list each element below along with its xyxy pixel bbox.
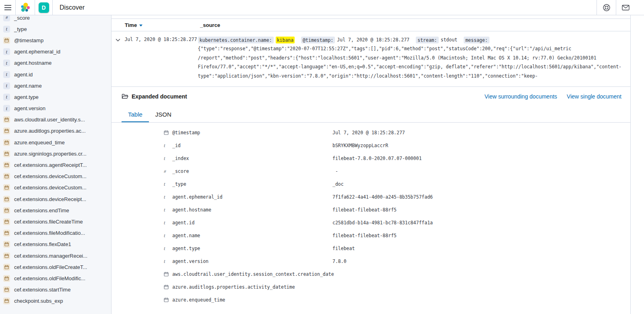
sidebar-field-item[interactable]: checkpoint.subs_exp xyxy=(0,296,111,307)
calendar-icon xyxy=(3,241,10,248)
sidebar-field-item[interactable]: t agent.ephemeral_id xyxy=(0,46,111,57)
field-name: _type xyxy=(172,181,332,187)
detail-tab[interactable]: JSON xyxy=(149,107,178,122)
sidebar-field-item[interactable]: cef.extensions.endTime xyxy=(0,205,111,216)
field-value: 7f1fa622-4a41-4d00-a245-8b35b757fad6 xyxy=(332,194,433,200)
field-value: bSRYKXMBWyzoppLaccrR xyxy=(332,143,388,148)
sidebar-field-item[interactable]: azure.signinlogs.properties.cr... xyxy=(0,148,111,159)
field-row: t _id bSRYKXMBWyzoppLaccrR xyxy=(111,139,630,152)
newsfeed-button[interactable] xyxy=(616,0,635,15)
sidebar-field-item[interactable]: t agent.type xyxy=(0,91,111,103)
field-row: t agent.id c2581dbd-b14a-4981-bc78-831c8… xyxy=(111,216,630,229)
calendar-icon xyxy=(3,252,10,259)
app-badge[interactable]: D xyxy=(35,0,52,15)
string-type-icon: t xyxy=(164,156,172,161)
sidebar-field-item[interactable]: t agent.version xyxy=(0,103,111,114)
sidebar-field-label: cef.extensions.oldFileCreateT... xyxy=(14,264,87,270)
sidebar-field-item[interactable]: t _type xyxy=(0,23,111,35)
sidebar-field-label: @timestamp xyxy=(14,37,43,43)
sidebar-field-item[interactable]: cef.extensions.oldFileCreateT... xyxy=(0,261,111,273)
string-type-icon: t xyxy=(3,71,10,78)
string-type-icon: t xyxy=(164,220,172,226)
field-name: @timestamp xyxy=(172,130,332,135)
field-name: azure.enqueued_time xyxy=(172,297,332,303)
sidebar-field-label: cef.extensions.startTime xyxy=(14,287,70,293)
source-column-header: _source xyxy=(200,22,220,28)
calendar-icon xyxy=(3,264,10,271)
sidebar-field-label: azure.signinlogs.properties.cr... xyxy=(14,151,87,157)
sidebar-field-item[interactable]: cef.extensions.fileCreateTime xyxy=(0,216,111,227)
calendar-icon xyxy=(3,230,10,236)
sidebar-field-item[interactable]: cef.extensions.oldFileModific... xyxy=(0,273,111,284)
sidebar-field-item[interactable]: cef.extensions.flexDate1 xyxy=(0,239,111,250)
sidebar-field-item[interactable]: aws.cloudtrail.user_identity.s... xyxy=(0,114,111,125)
sidebar-field-item[interactable]: azure.enqueued_time xyxy=(0,137,111,148)
field-row: t agent.hostname filebeat-filebeat-88rf5 xyxy=(111,203,630,216)
field-value: Jul 7, 2020 @ 18:25:28.277 xyxy=(332,130,405,135)
field-value: filebeat xyxy=(332,246,355,251)
field-value: filebeat-filebeat-88rf5 xyxy=(332,233,396,238)
calendar-icon xyxy=(164,285,172,289)
sidebar-field-item[interactable]: cef.extensions.deviceReceipt... xyxy=(0,193,111,205)
help-button[interactable] xyxy=(597,0,616,15)
field-value: 7.8.0 xyxy=(332,259,347,264)
field-row: azure.auditlogs.properties.activity_date… xyxy=(111,281,630,293)
elastic-logo[interactable] xyxy=(16,0,35,15)
field-list: # _score t _type xyxy=(0,15,111,307)
sidebar-field-label: cef.extensions.endTime xyxy=(14,207,69,213)
sidebar-field-item[interactable]: @timestamp xyxy=(0,35,111,46)
app-header: D Discover xyxy=(0,0,644,15)
sidebar-field-label: cef.extensions.managerRecei... xyxy=(14,253,87,259)
right-gutter xyxy=(631,15,644,314)
source-field-pairs: kubernetes.container.name:kibana @timest… xyxy=(198,35,621,44)
source-field-pair: @timestamp:Jul 7, 2020 @ 18:25:28.277 xyxy=(301,37,409,43)
mail-icon xyxy=(622,4,630,11)
string-type-icon: t xyxy=(3,26,10,33)
sidebar-field-item[interactable]: cef.extensions.agentReceiptT... xyxy=(0,159,111,170)
field-name: _id xyxy=(172,143,332,148)
chevron-down-icon xyxy=(116,38,120,43)
sidebar-field-item[interactable]: cef.extensions.fileModificatio... xyxy=(0,228,111,239)
field-row: t _type _doc xyxy=(111,178,630,191)
calendar-icon xyxy=(3,173,10,180)
expanded-document-header: Expanded document View surrounding docum… xyxy=(111,93,630,100)
collapse-row-button[interactable] xyxy=(111,35,124,80)
sidebar-field-item[interactable]: t agent.name xyxy=(0,80,111,91)
sidebar-field-item[interactable]: t agent.hostname xyxy=(0,57,111,69)
calendar-icon xyxy=(3,127,10,134)
sidebar-field-item[interactable]: # _score xyxy=(0,15,111,23)
field-name: aws.cloudtrail.user_identity.session_con… xyxy=(172,271,332,277)
sidebar-field-item[interactable]: t agent.id xyxy=(0,69,111,80)
document-view-link[interactable]: View surrounding documents xyxy=(485,93,557,100)
field-row: @timestamp Jul 7, 2020 @ 18:25:28.277 xyxy=(111,126,630,139)
calendar-icon xyxy=(3,275,10,282)
sidebar-field-item[interactable]: cef.extensions.startTime xyxy=(0,284,111,296)
detail-tab[interactable]: Table xyxy=(122,107,149,122)
field-value: _doc xyxy=(332,181,344,187)
string-type-icon: t xyxy=(3,105,10,112)
string-type-icon: t xyxy=(164,182,172,187)
field-name: agent.version xyxy=(172,259,332,264)
field-value: c2581dbd-b14a-4981-bc78-831c847ffa1a xyxy=(332,220,433,226)
sidebar-field-item[interactable]: cef.extensions.deviceCustom... xyxy=(0,171,111,182)
calendar-icon xyxy=(3,286,10,293)
sidebar-field-item[interactable]: azure.auditlogs.properties.ac... xyxy=(0,125,111,137)
source-field-value: stdout xyxy=(441,37,458,43)
string-type-icon: t xyxy=(164,207,172,213)
string-type-icon: t xyxy=(3,48,10,55)
discover-app-badge: D xyxy=(39,2,49,13)
sidebar-field-label: cef.extensions.deviceCustom... xyxy=(14,185,87,191)
calendar-icon xyxy=(3,37,10,44)
time-column-header[interactable]: Time xyxy=(125,22,200,28)
calendar-icon xyxy=(3,218,10,225)
calendar-icon xyxy=(3,116,10,123)
source-field-name: message: xyxy=(464,37,489,43)
sidebar-field-label: agent.id xyxy=(14,72,33,78)
sidebar-field-item[interactable]: cef.extensions.managerRecei... xyxy=(0,250,111,261)
sidebar-field-item[interactable]: cef.extensions.deviceCustom... xyxy=(0,182,111,193)
document-view-link[interactable]: View single document xyxy=(567,93,621,100)
string-type-icon: t xyxy=(164,233,172,238)
sidebar-field-label: cef.extensions.flexDate1 xyxy=(14,241,71,247)
menu-button[interactable] xyxy=(0,0,15,15)
calendar-icon xyxy=(3,196,10,203)
